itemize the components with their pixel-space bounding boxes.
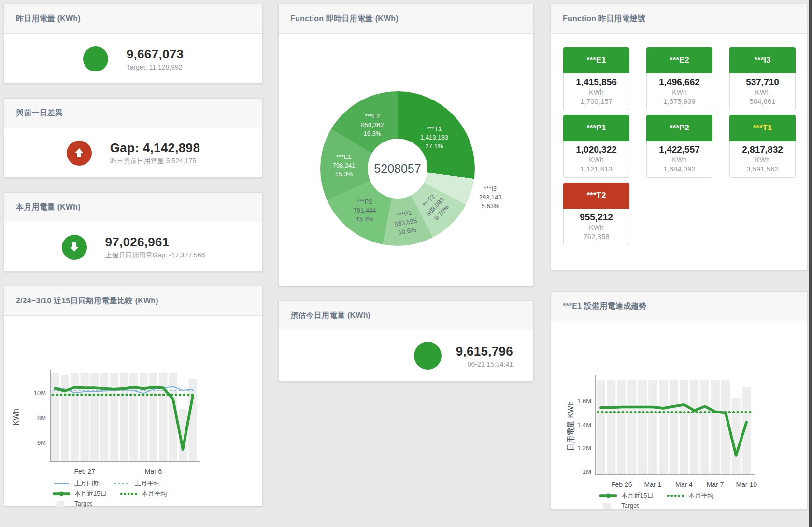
tile-header: ***T2 xyxy=(563,183,629,209)
legend-label: 本月平均 xyxy=(142,489,167,498)
legend-label: 上月平均 xyxy=(135,479,160,488)
legend-swatch-dots-icon xyxy=(667,493,684,499)
panel-header: Function 昨日用電燈號 xyxy=(551,4,807,34)
svg-text:KWh: KWh xyxy=(12,409,20,426)
tile-unit: KWh xyxy=(730,156,795,164)
legend-label: Target xyxy=(74,500,92,507)
tile-target-value: 1,684,092 xyxy=(647,165,712,173)
legend-swatch-dots-icon xyxy=(120,491,137,497)
stat-text: Gap: 4,142,898 昨日與前日用電量 5,524,175 xyxy=(110,141,200,166)
stat-text: 9,615,796 06-21 15:34:41 xyxy=(456,344,513,368)
panel-title: 昨日用電量 (KWh) xyxy=(16,14,81,24)
chart-legend: 本月近15日本月平均Target xyxy=(599,490,807,511)
svg-text:Mar 10: Mar 10 xyxy=(736,481,757,488)
status-tile: ***P11,020,322KWh1,121,613 xyxy=(563,115,629,178)
function-realtime-donut-panel: Function 即時日用電量 (KWh) 5208057 ***T11,413… xyxy=(278,4,534,286)
panel-header: ***E1 設備用電達成趨勢 xyxy=(551,292,807,321)
up-arrow-icon xyxy=(67,141,92,166)
legend-swatch-square-icon xyxy=(53,501,70,507)
stat-text: 9,667,073 Target: 11,128,992 xyxy=(127,47,184,71)
estimate-today-card: 預估今日用電量 (KWh) 9,615,796 06-21 15:34:41 xyxy=(278,300,534,382)
stat-subtext: 上個月同期用電Gap: -17,377,566 xyxy=(105,251,205,260)
legend-label: Target xyxy=(621,502,639,509)
stat-value: Gap: 4,142,898 xyxy=(110,141,200,156)
tile-target-value: 584,861 xyxy=(730,97,795,105)
legend-item[interactable]: 本月近15日 xyxy=(53,489,106,498)
tile-value: 1,422,557 xyxy=(647,144,712,155)
legend-item[interactable]: Target xyxy=(599,502,639,509)
donut-center-label: 5208057 xyxy=(374,162,421,176)
svg-text:10M: 10M xyxy=(34,389,46,397)
legend-item[interactable]: 本月近15日 xyxy=(599,491,653,500)
panel-header: 本月用電量 (KWh) xyxy=(4,193,262,222)
tile-unit: KWh xyxy=(647,156,712,164)
tile-body: 2,817,832KWh3,591,562 xyxy=(729,141,796,178)
tile-unit: KWh xyxy=(647,88,712,96)
svg-text:1.2M: 1.2M xyxy=(577,444,591,452)
legend-swatch-square-icon xyxy=(599,503,617,509)
tile-target-value: 1,675,939 xyxy=(647,97,712,105)
tile-body: 955,212KWh762,358 xyxy=(563,209,629,245)
tile-header: ***P1 xyxy=(563,115,629,141)
svg-text:日用電量 KWh: 日用電量 KWh xyxy=(567,401,575,451)
stat-subtext: Target: 11,128,992 xyxy=(127,63,184,71)
donut-slice-label: ***T11,413,18327.1% xyxy=(420,125,448,151)
tile-value: 2,817,832 xyxy=(730,144,795,155)
tile-header: ***P2 xyxy=(646,115,712,141)
e1-trend-chart: 1M1.2M1.4M1.6MFeb 26Mar 1Mar 4Mar 7Mar 1… xyxy=(551,321,807,511)
month-usage-card: 本月用電量 (KWh) 97,026,961 上個月同期用電Gap: -17,3… xyxy=(4,192,263,272)
tile-value: 1,496,662 xyxy=(647,77,712,87)
panel-title: 2/24~3/10 近15日同期用電量比較 (KWh) xyxy=(16,296,158,306)
panel-title: 與前一日差異 xyxy=(16,108,63,118)
legend-label: 上月同期 xyxy=(74,479,100,488)
legend-item[interactable]: 本月平均 xyxy=(120,489,167,498)
svg-text:1.6M: 1.6M xyxy=(577,398,591,405)
tile-target-value: 1,121,613 xyxy=(564,165,629,173)
e1-trend-chart-panel: ***E1 設備用電達成趨勢 1M1.2M1.4M1.6MFeb 26Mar 1… xyxy=(551,291,808,510)
panel-title: ***E1 設備用電達成趨勢 xyxy=(563,301,647,312)
panel-header: 昨日用電量 (KWh) xyxy=(4,4,262,34)
svg-text:Feb 27: Feb 27 xyxy=(74,468,95,475)
status-tile: ***E11,415,856KWh1,700,157 xyxy=(563,47,629,110)
tile-value: 537,710 xyxy=(730,77,795,87)
tile-header: ***E1 xyxy=(563,47,629,73)
comparison-chart: 6M8M10MFeb 27Mar 6KWh 上月同期上月平均本月近15日本月平均… xyxy=(4,316,262,509)
tile-header: ***I3 xyxy=(729,47,796,73)
tile-target-value: 1,700,157 xyxy=(564,97,629,105)
svg-text:1.4M: 1.4M xyxy=(577,421,591,428)
tile-value: 1,020,322 xyxy=(564,144,629,155)
status-tile: ***P21,422,557KWh1,684,092 xyxy=(646,115,712,178)
tile-body: 1,422,557KWh1,684,092 xyxy=(646,141,712,178)
panel-header: 預估今日用電量 (KWh) xyxy=(279,301,533,330)
legend-item[interactable]: 上月平均 xyxy=(113,479,160,488)
donut-chart: 5208057 ***T11,413,18327.1%***I3293,1495… xyxy=(320,91,475,246)
stat-value: 9,667,073 xyxy=(127,47,184,62)
tile-unit: KWh xyxy=(564,88,629,96)
legend-swatch-solid-icon xyxy=(53,481,70,486)
scrollbar[interactable] xyxy=(809,0,812,527)
svg-text:Mar 1: Mar 1 xyxy=(644,481,662,488)
svg-text:8M: 8M xyxy=(37,414,46,422)
panel-title: 本月用電量 (KWh) xyxy=(16,202,81,213)
panel-title: Function 昨日用電燈號 xyxy=(563,14,645,24)
down-arrow-icon xyxy=(62,235,87,260)
legend-label: 本月近15日 xyxy=(74,489,106,498)
status-tile: ***T12,817,832KWh3,591,562 xyxy=(729,115,796,178)
tile-value: 1,415,856 xyxy=(564,77,629,87)
donut-slice-label: ***E1798,24115.3% xyxy=(333,153,356,179)
panel-title: 預估今日用電量 (KWh) xyxy=(290,311,370,321)
svg-text:Feb 26: Feb 26 xyxy=(611,481,632,488)
panel-header: 2/24~3/10 近15日同期用電量比較 (KWh) xyxy=(4,286,262,316)
tile-body: 1,415,856KWh1,700,157 xyxy=(563,73,629,110)
tile-target-value: 762,358 xyxy=(564,232,629,241)
status-circle-icon xyxy=(414,342,442,370)
legend-item[interactable]: 本月平均 xyxy=(667,491,713,500)
status-tile: ***I3537,710KWh584,861 xyxy=(729,47,796,110)
legend-swatch-thick-icon xyxy=(53,491,70,497)
legend-label: 本月平均 xyxy=(688,491,713,500)
legend-item[interactable]: 上月同期 xyxy=(53,479,100,488)
legend-item[interactable]: Target xyxy=(53,500,92,507)
function-status-tiles-panel: Function 昨日用電燈號 ***E11,415,856KWh1,700,1… xyxy=(551,4,808,271)
donut-slice-label: ***P2791,44415.2% xyxy=(354,198,376,224)
tile-target-value: 3,591,562 xyxy=(730,165,795,173)
